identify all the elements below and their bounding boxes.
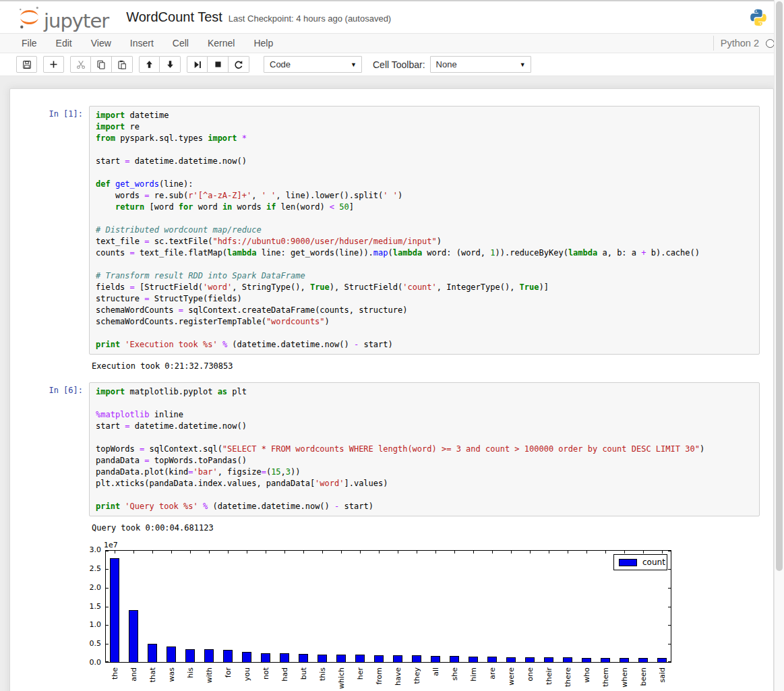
chart-legend: count [613,554,667,570]
x-tick-label: but [299,667,308,691]
paste-icon [117,59,127,70]
notebook-title[interactable]: WordCount Test [126,9,222,25]
x-tick-label: had [280,667,289,691]
x-tick-label: him [469,667,478,691]
output-prompt-spacer [10,360,89,372]
x-tick-label: this [318,667,327,691]
menu-view[interactable]: View [82,38,121,49]
cell-1-output: Execution took 0:21:32.730853 [10,355,773,382]
x-tick-label: which [337,667,346,691]
restart-kernel-button[interactable] [229,56,249,73]
code-line: fields = [StructField('word', StringType… [96,282,756,293]
menu-file[interactable]: File [12,38,47,49]
y-tick-label: 0.0 [78,658,101,667]
x-tick-label: and [129,667,138,691]
copy-cell-button[interactable] [91,56,112,73]
run-cell-button[interactable] [187,56,208,73]
code-line: from pyspark.sql.types import * [96,133,756,144]
cell-toolbar-value: None [436,59,457,69]
cell-type-select[interactable]: Code ▼ [264,56,362,73]
run-icon [192,59,203,70]
code-input-area[interactable]: import datetimeimport refrom pyspark.sql… [89,106,760,355]
code-line: # Distributed wordcount map/reduce [96,224,756,236]
cell-toolbar-label: Cell Toolbar: [373,59,425,70]
x-tick-label: with [205,667,214,691]
x-tick-label: the [111,667,119,691]
checkpoint-status: Last Checkpoint: 4 hours ago (autosaved) [229,13,391,24]
code-line: structure = StructType(fields) [96,293,756,305]
move-down-icon [165,59,175,69]
code-line: start = datetime.datetime.now() [96,421,756,432]
y-tick-label: 3.0 [78,545,101,554]
chevron-down-icon: ▼ [520,61,526,68]
code-line: words = re.sub(r'[^a-zA-Z]+', ' ', line)… [96,190,756,202]
input-prompt: In [6]: [10,382,89,516]
x-tick-label: there [564,667,572,691]
menu-insert[interactable]: Insert [121,38,163,49]
paste-cell-button[interactable] [112,56,133,73]
plot-area-border [105,550,671,663]
code-line: start = datetime.datetime.now() [96,156,756,167]
chevron-down-icon: ▼ [351,61,357,68]
toolbar: Code ▼ Cell Toolbar: None ▼ [0,53,784,76]
code-line: %matplotlib inline [96,409,756,421]
interrupt-kernel-button[interactable] [208,56,229,73]
notebook-header: jupyter WordCount Test Last Checkpoint: … [0,0,784,33]
menu-edit[interactable]: Edit [47,38,82,49]
bar-chart-figure: saidbeenwhenthemwhotheretheironewereareh… [89,539,682,691]
move-cell-up-button[interactable] [139,56,160,73]
code-cell-1: In [1]: import datetimeimport refrom pys… [10,106,773,355]
code-line: topWords = sqlContext.sql("SELECT * FROM… [96,444,756,455]
menubar: File Edit View Insert Cell Kernel Help P… [0,33,784,53]
x-tick-label: have [394,667,402,691]
code-input-area[interactable]: import matplotlib.pyplot as plt %matplot… [89,382,760,516]
x-tick-label: they [413,667,421,691]
scrollbar-thumb[interactable] [776,1,783,571]
save-button[interactable] [16,56,37,73]
copy-icon [96,59,107,70]
code-line: import matplotlib.pyplot as plt [96,386,756,398]
x-tick-label: that [148,667,157,691]
legend-label: count [642,558,665,567]
x-tick-label: said [658,667,667,691]
move-cell-down-button[interactable] [160,56,181,73]
python-kernel-logo-icon [749,8,768,27]
x-tick-label: for [224,667,233,691]
vertical-scrollbar [774,0,784,691]
stdout-text: Query took 0:00:04.681123 [89,522,763,534]
code-line [96,328,756,339]
code-line: schemaWordCounts = sqlContext.createData… [96,305,756,316]
x-tick-label: his [186,667,195,691]
x-tick-label: all [431,667,440,691]
menu-cell[interactable]: Cell [163,38,198,49]
cut-cell-button[interactable] [70,56,91,73]
code-line: plt.xticks(pandaData.index.values, panda… [96,478,756,489]
code-line [96,167,756,179]
stdout-text: Execution took 0:21:32.730853 [89,360,763,372]
code-line: # Transform result RDD into Spark DataFr… [96,270,756,282]
restart-icon [233,59,244,70]
save-icon [22,59,32,70]
code-line: print 'Execution took %s' % (datetime.da… [96,339,756,351]
code-line: pandaData = topWords.toPandas() [96,455,756,467]
y-tick-label: 0.5 [78,639,101,648]
input-prompt: In [1]: [10,106,89,355]
code-line [96,432,756,444]
stop-icon [213,59,223,69]
output-prompt-spacer [10,522,89,691]
x-tick-label: she [450,667,459,691]
cell-toolbar-select[interactable]: None ▼ [430,56,531,73]
code-line: return [word for word in words if len(wo… [96,202,756,213]
code-line: import datetime [96,110,756,121]
y-tick-label: 2.5 [78,564,101,573]
x-tick-label: from [375,667,384,691]
insert-cell-below-button[interactable] [43,56,64,73]
move-up-icon [144,59,154,69]
menu-help[interactable]: Help [244,38,282,49]
legend-color-swatch [619,559,637,566]
menu-kernel[interactable]: Kernel [198,38,244,49]
x-tick-label: been [639,667,648,691]
jupyter-logo-text: jupyter [44,11,109,31]
x-tick-label: not [262,667,270,691]
jupyter-logo[interactable]: jupyter [18,5,109,30]
